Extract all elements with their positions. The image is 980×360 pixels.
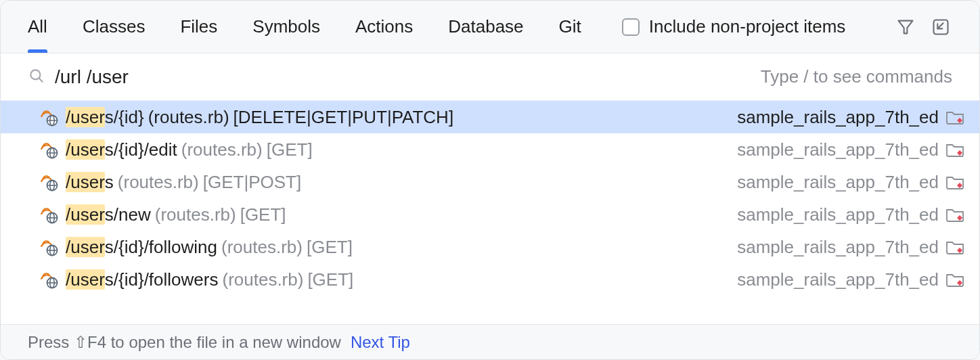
result-methods: [GET] <box>267 139 313 160</box>
highlight: /user <box>66 237 105 257</box>
tab-actions[interactable]: Actions <box>355 1 413 53</box>
svg-point-20 <box>43 210 45 212</box>
folder-icon <box>945 271 964 288</box>
svg-point-10 <box>43 145 45 148</box>
search-hint: Type / to see commands <box>761 66 952 87</box>
svg-point-15 <box>43 178 45 180</box>
tab-bar: AllClassesFilesSymbolsActionsDatabaseGit… <box>1 1 979 53</box>
result-path: /users/new <box>66 204 151 225</box>
result-path: /users <box>66 172 114 193</box>
result-file: (routes.rb) <box>118 172 199 193</box>
result-project: sample_rails_app_7th_ed <box>737 237 939 258</box>
result-row[interactable]: /users/{id}/following (routes.rb) [GET] … <box>1 231 979 263</box>
open-in-new-window-icon[interactable] <box>929 16 952 39</box>
highlight: /user <box>66 204 105 225</box>
folder-icon <box>945 206 964 223</box>
tab-all[interactable]: All <box>28 1 47 53</box>
svg-point-16 <box>41 180 43 182</box>
result-methods: [GET] <box>307 237 353 258</box>
tab-classes[interactable]: Classes <box>83 1 145 53</box>
tab-symbols[interactable]: Symbols <box>252 1 320 53</box>
footer-text: Press ⇧F4 to open the file in a new wind… <box>28 333 341 352</box>
svg-rect-1 <box>934 20 948 34</box>
filter-icon[interactable] <box>894 16 917 39</box>
checkbox-icon[interactable] <box>622 18 640 36</box>
result-path: /users/{id}/edit <box>66 139 177 160</box>
svg-point-26 <box>41 245 43 247</box>
search-icon <box>28 67 45 87</box>
result-project: sample_rails_app_7th_ed <box>737 204 939 225</box>
tab-git[interactable]: Git <box>559 1 581 53</box>
result-row[interactable]: /users (routes.rb) [GET|POST] sample_rai… <box>1 166 979 198</box>
result-path: /users/{id} <box>66 107 144 128</box>
route-icon <box>40 238 59 256</box>
svg-line-2 <box>937 23 943 28</box>
svg-point-25 <box>43 243 45 245</box>
result-row[interactable]: /users/{id}/followers (routes.rb) [GET] … <box>1 263 979 296</box>
toolbar-right <box>894 16 952 39</box>
search-row: Type / to see commands <box>1 53 979 101</box>
tab-files[interactable]: Files <box>180 1 217 53</box>
svg-line-4 <box>39 78 43 81</box>
folder-icon <box>945 141 964 158</box>
result-row[interactable]: /users/{id} (routes.rb) [DELETE|GET|PUT|… <box>1 101 979 133</box>
result-project: sample_rails_app_7th_ed <box>737 269 939 290</box>
result-row[interactable]: /users/{id}/edit (routes.rb) [GET] sampl… <box>1 133 979 166</box>
result-methods: [DELETE|GET|PUT|PATCH] <box>233 107 454 128</box>
route-icon <box>40 270 59 289</box>
result-row[interactable]: /users/new (routes.rb) [GET] sample_rail… <box>1 198 979 231</box>
svg-point-6 <box>41 115 43 117</box>
footer-bar: Press ⇧F4 to open the file in a new wind… <box>1 324 979 359</box>
folder-icon <box>945 239 964 255</box>
folder-icon <box>945 109 964 125</box>
result-project: sample_rails_app_7th_ed <box>737 107 939 128</box>
highlight: /user <box>66 139 105 160</box>
result-methods: [GET] <box>307 269 353 290</box>
result-file: (routes.rb) <box>181 139 263 160</box>
result-file: (routes.rb) <box>155 204 236 225</box>
svg-point-31 <box>41 277 43 279</box>
svg-point-11 <box>41 148 43 150</box>
result-project: sample_rails_app_7th_ed <box>737 172 939 193</box>
folder-icon <box>945 174 964 190</box>
svg-point-5 <box>43 113 45 115</box>
include-non-project-label: Include non-project items <box>649 16 845 37</box>
tab-database[interactable]: Database <box>448 1 523 53</box>
search-input[interactable] <box>55 66 761 88</box>
highlight: /user <box>66 107 105 127</box>
search-everywhere-popup: AllClassesFilesSymbolsActionsDatabaseGit… <box>0 0 980 360</box>
route-icon <box>40 140 59 159</box>
route-icon <box>40 173 59 192</box>
next-tip-link[interactable]: Next Tip <box>351 333 410 352</box>
svg-marker-0 <box>899 20 913 33</box>
result-methods: [GET|POST] <box>203 172 301 193</box>
highlight: /user <box>66 172 105 192</box>
result-file: (routes.rb) <box>148 107 229 128</box>
result-project: sample_rails_app_7th_ed <box>737 139 939 160</box>
result-file: (routes.rb) <box>222 269 303 290</box>
route-icon <box>40 108 59 127</box>
route-icon <box>40 205 59 224</box>
result-file: (routes.rb) <box>221 237 303 258</box>
result-path: /users/{id}/followers <box>66 269 218 290</box>
svg-point-21 <box>41 212 43 215</box>
result-methods: [GET] <box>240 204 286 225</box>
include-non-project-checkbox[interactable]: Include non-project items <box>622 16 845 37</box>
svg-point-30 <box>43 275 45 277</box>
results-list: /users/{id} (routes.rb) [DELETE|GET|PUT|… <box>1 101 979 324</box>
highlight: /user <box>66 269 105 290</box>
result-path: /users/{id}/following <box>66 237 217 258</box>
